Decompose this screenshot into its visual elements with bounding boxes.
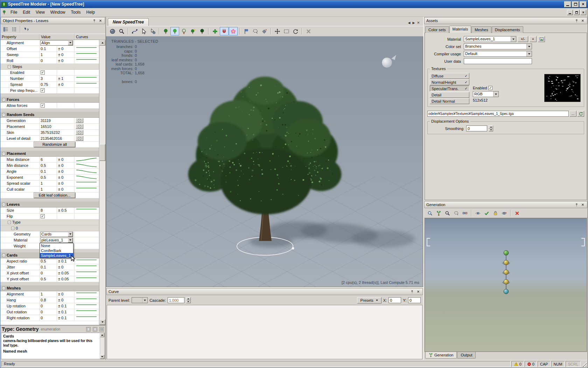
curve-canvas[interactable] xyxy=(107,305,422,359)
curve-cell[interactable] xyxy=(75,264,99,270)
close-button[interactable]: × xyxy=(580,1,587,7)
collapse-icon[interactable]: − xyxy=(2,254,5,257)
curve-cell[interactable] xyxy=(75,82,99,87)
prop-value[interactable]: 0.1 xyxy=(40,46,57,52)
seed-value[interactable]: 2135462016 xyxy=(40,136,75,141)
zoom-tool-button[interactable] xyxy=(117,27,126,35)
generator-settings-button[interactable] xyxy=(500,209,508,217)
prop-variance[interactable]: ± 0 xyxy=(57,291,75,297)
info-scroll-down-icon[interactable] xyxy=(100,355,104,359)
prop-variance[interactable]: ± 0.05 xyxy=(57,276,75,282)
prop-value[interactable]: 0 xyxy=(40,303,57,309)
curve-cell[interactable] xyxy=(75,270,99,276)
prop-value[interactable]: 0.5 xyxy=(40,258,57,264)
prop-variance[interactable]: ± 0.1 xyxy=(57,315,75,321)
curve-cell[interactable] xyxy=(75,186,99,192)
snap-magnet-button[interactable] xyxy=(220,27,229,35)
prop-variance[interactable]: ± 0.5 xyxy=(57,207,75,213)
prop-value[interactable]: 1 xyxy=(40,291,57,297)
delete-selection-button[interactable] xyxy=(304,27,313,35)
close-tab-icon[interactable]: × xyxy=(417,21,420,25)
generator-node-2[interactable] xyxy=(504,270,509,275)
add-object-button[interactable] xyxy=(211,27,219,35)
texture-path-input[interactable]: odeler¥Samples¥Textures¥SampleLeaves_1_S… xyxy=(427,111,569,117)
user-data-input[interactable] xyxy=(464,58,532,64)
prop-value[interactable]: 0.5 xyxy=(40,175,57,180)
menu-file[interactable]: File xyxy=(8,8,20,16)
collapse-icon[interactable]: − xyxy=(11,227,14,230)
prop-variance[interactable]: ± 0 xyxy=(57,264,75,270)
material-import-button[interactable] xyxy=(538,36,545,42)
prop-variance[interactable]: ± 0 xyxy=(57,157,75,162)
prop-value[interactable]: 8 xyxy=(40,207,57,213)
mdi-restore-button[interactable] xyxy=(574,10,580,15)
context-help-button[interactable]: ? xyxy=(23,25,30,33)
group-type[interactable]: −Type xyxy=(0,219,99,225)
prop-value[interactable]: 1 xyxy=(40,180,57,186)
add-generator-button[interactable] xyxy=(435,209,443,217)
link-generators-button[interactable] xyxy=(461,209,469,217)
curve-cell[interactable] xyxy=(75,309,99,315)
tree-root-node[interactable] xyxy=(504,251,509,255)
reload-texture-button[interactable] xyxy=(577,111,584,117)
prop-variance[interactable]: ± 0.05 xyxy=(57,270,75,276)
prop-value[interactable]: 0 xyxy=(40,315,57,321)
curve-cell[interactable] xyxy=(75,315,99,321)
prop-variance[interactable]: ± 0 xyxy=(57,180,75,186)
prop-value[interactable]: 1 xyxy=(40,52,57,57)
prop-value[interactable]: 0.75 xyxy=(40,82,57,87)
spline-edit-button[interactable] xyxy=(130,27,139,35)
collapse-icon[interactable]: − xyxy=(2,152,5,155)
geometry-select[interactable]: Cards xyxy=(40,232,73,237)
smoothing-input[interactable]: 0 xyxy=(466,125,487,131)
cascade-spinner[interactable] xyxy=(186,297,191,303)
curve-cell[interactable] xyxy=(75,52,99,57)
select-options-button[interactable] xyxy=(148,27,157,35)
x-input[interactable]: 0 xyxy=(388,297,401,303)
prop-value[interactable]: 0.1 xyxy=(40,264,57,270)
wireframe-mode-button[interactable] xyxy=(180,27,188,35)
compiler-usage-select[interactable]: Default xyxy=(464,51,532,57)
move-tool-button[interactable] xyxy=(273,27,282,35)
smoothing-spinner[interactable] xyxy=(489,125,493,131)
prop-variance[interactable]: ± 0 xyxy=(57,58,75,63)
randomize-all-button[interactable]: Randomize all xyxy=(34,142,75,147)
y-input[interactable]: 0 xyxy=(408,297,421,303)
display-mode-button[interactable] xyxy=(108,27,117,35)
tab-color-sets[interactable]: Color sets xyxy=(425,26,449,33)
texture-normal-height-button[interactable]: Normal/Height✓ xyxy=(430,79,469,85)
collapse-icon[interactable]: − xyxy=(8,221,11,224)
curve-cell[interactable] xyxy=(75,297,99,303)
curve-close-button[interactable] xyxy=(416,289,421,294)
parent-level-select[interactable] xyxy=(132,297,148,303)
selection-handle[interactable] xyxy=(292,247,294,249)
tab-materials[interactable]: Materials xyxy=(449,26,471,33)
info-page-button[interactable] xyxy=(86,327,91,332)
menu-view[interactable]: View xyxy=(33,8,48,16)
prop-value[interactable]: 0.1 xyxy=(40,169,57,174)
viewport-3d[interactable]: TRIANGLES - SELECTED branches:0caps:0fro… xyxy=(106,36,423,287)
curve-cell[interactable] xyxy=(75,276,99,282)
texture-enabled-checkbox[interactable]: ✓ xyxy=(488,86,492,90)
prop-value[interactable]: 0.8 xyxy=(40,297,57,303)
group-steps[interactable]: −Steps xyxy=(0,64,99,70)
prop-value[interactable]: 0 xyxy=(40,309,57,315)
resize-grip[interactable] xyxy=(581,362,587,367)
texture-specular-trans-button[interactable]: Specular/Trans.✓ xyxy=(430,86,469,91)
prop-variance[interactable]: ± 0 xyxy=(57,163,75,168)
alignment-select[interactable]: Align xyxy=(40,40,73,46)
browse-button[interactable]: ... xyxy=(569,111,576,117)
info-page2-button[interactable] xyxy=(93,327,97,332)
select-tool-button[interactable] xyxy=(139,27,148,35)
randomize-seed-button[interactable] xyxy=(76,136,83,141)
prop-variance[interactable]: ± 0 xyxy=(57,169,75,174)
color-set-select[interactable]: Branches xyxy=(464,43,532,49)
curve-cell[interactable] xyxy=(75,291,99,297)
collapse-icon[interactable]: − xyxy=(2,203,5,206)
focus-selection-button[interactable] xyxy=(426,209,434,217)
curve-cell[interactable] xyxy=(75,157,99,162)
checkbox[interactable]: ✓ xyxy=(41,214,45,218)
tab-output[interactable]: Output xyxy=(457,352,476,359)
prev-tab-icon[interactable]: ◀ xyxy=(408,21,411,25)
close-panel-button[interactable] xyxy=(98,18,103,23)
